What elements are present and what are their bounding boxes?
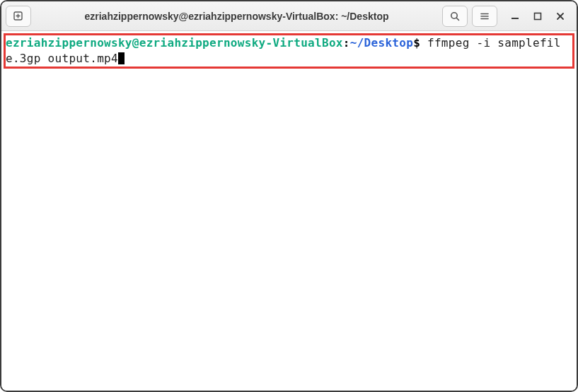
terminal-content[interactable]: ezriahzippernowsky@ezriahzippernowsky-Vi… (1, 31, 577, 70)
prompt-path: ~/Desktop (350, 36, 413, 50)
minimize-button[interactable] (509, 10, 521, 23)
hamburger-icon (479, 11, 490, 22)
new-tab-icon (12, 10, 25, 23)
search-icon (449, 11, 461, 22)
minimize-icon (511, 12, 519, 21)
prompt-user-host: ezriahzippernowsky@ezriahzippernowsky-Vi… (6, 36, 343, 50)
window-title: ezriahzippernowsky@ezriahzippernowsky-Vi… (35, 11, 438, 22)
svg-line-4 (456, 18, 458, 20)
prompt-symbol: $ (413, 36, 420, 50)
cursor (118, 52, 125, 64)
maximize-icon (533, 12, 542, 21)
svg-rect-9 (535, 13, 541, 19)
new-tab-button[interactable] (6, 6, 31, 27)
window-controls (509, 10, 567, 23)
close-icon (556, 12, 565, 21)
search-button[interactable] (442, 6, 468, 27)
terminal-body[interactable]: ezriahzippernowsky@ezriahzippernowsky-Vi… (1, 31, 577, 391)
menu-button[interactable] (472, 6, 497, 27)
maximize-button[interactable] (531, 10, 544, 23)
prompt-separator: : (343, 36, 350, 50)
titlebar: ezriahzippernowsky@ezriahzippernowsky-Vi… (1, 1, 577, 31)
close-button[interactable] (554, 10, 567, 23)
